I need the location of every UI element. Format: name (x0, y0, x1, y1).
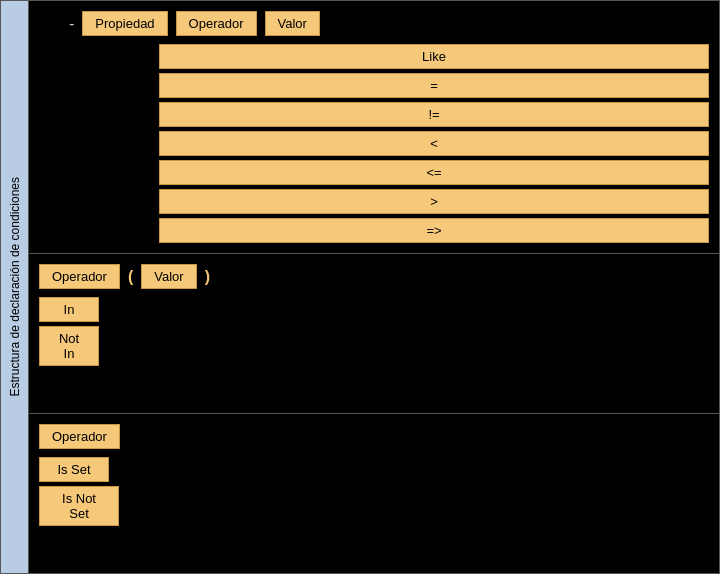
op-eq: = (159, 73, 709, 98)
paren-close: ) (205, 268, 210, 286)
op-is-set: Is Set (39, 457, 109, 482)
op-not-in: Not In (39, 326, 99, 366)
sidebar-label: Estructura de declaración de condiciones (8, 177, 22, 396)
op-is-not-set: Is Not Set (39, 486, 119, 526)
section1-operator-list: Like = != < <= > => (159, 44, 709, 243)
op-gt: > (159, 189, 709, 214)
main-container: Estructura de declaración de condiciones… (0, 0, 720, 574)
content-area: - Propiedad Operador Valor Like = != < <… (29, 1, 719, 573)
valor-box-1: Valor (265, 11, 320, 36)
operador-box-2: Operador (39, 264, 120, 289)
op-lt: < (159, 131, 709, 156)
op-in: In (39, 297, 99, 322)
section-3: Operador Is Set Is Not Set (29, 414, 719, 573)
dash-icon: - (69, 15, 74, 33)
op-neq: != (159, 102, 709, 127)
op-lte: <= (159, 160, 709, 185)
op-like: Like (159, 44, 709, 69)
operador-box-3: Operador (39, 424, 120, 449)
sidebar: Estructura de declaración de condiciones (1, 1, 29, 573)
section2-operator-list: In Not In (39, 297, 709, 366)
valor-box-2: Valor (141, 264, 196, 289)
op-gte: => (159, 218, 709, 243)
propiedad-box: Propiedad (82, 11, 167, 36)
section2-header: Operador ( Valor ) (39, 264, 709, 289)
section3-header: Operador (39, 424, 709, 449)
paren-open: ( (128, 268, 133, 286)
section1-header: - Propiedad Operador Valor (39, 11, 709, 36)
section-2: Operador ( Valor ) In Not In (29, 254, 719, 414)
section3-operator-list: Is Set Is Not Set (39, 457, 709, 526)
section-1: - Propiedad Operador Valor Like = != < <… (29, 1, 719, 254)
operador-box-1: Operador (176, 11, 257, 36)
